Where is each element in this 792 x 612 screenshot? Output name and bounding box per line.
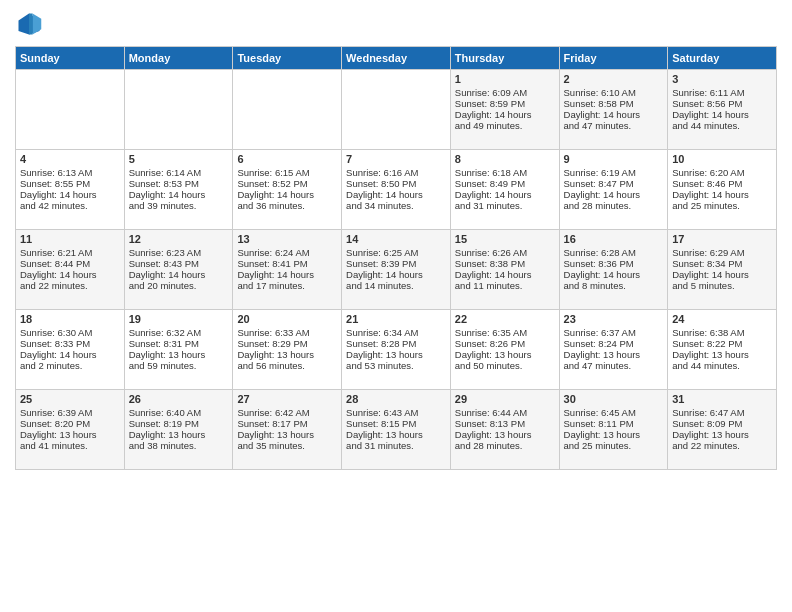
day-cell [124,70,233,150]
day-number: 12 [129,233,229,245]
day-info: Daylight: 14 hours [20,189,120,200]
day-cell: 26Sunrise: 6:40 AMSunset: 8:19 PMDayligh… [124,390,233,470]
day-info: Daylight: 14 hours [455,109,555,120]
day-info: and 17 minutes. [237,280,337,291]
day-info: Sunrise: 6:11 AM [672,87,772,98]
day-info: Sunset: 8:09 PM [672,418,772,429]
day-info: Sunrise: 6:26 AM [455,247,555,258]
day-info: and 44 minutes. [672,360,772,371]
day-info: Daylight: 13 hours [564,349,664,360]
day-info: and 22 minutes. [672,440,772,451]
day-info: Sunrise: 6:16 AM [346,167,446,178]
day-number: 18 [20,313,120,325]
day-info: Sunset: 8:34 PM [672,258,772,269]
day-info: Sunset: 8:46 PM [672,178,772,189]
day-number: 5 [129,153,229,165]
day-info: and 14 minutes. [346,280,446,291]
calendar-table: Sunday Monday Tuesday Wednesday Thursday… [15,46,777,470]
day-number: 16 [564,233,664,245]
day-number: 27 [237,393,337,405]
day-info: Daylight: 13 hours [564,429,664,440]
day-number: 21 [346,313,446,325]
day-info: Sunset: 8:26 PM [455,338,555,349]
day-info: and 25 minutes. [672,200,772,211]
day-cell: 27Sunrise: 6:42 AMSunset: 8:17 PMDayligh… [233,390,342,470]
day-cell: 20Sunrise: 6:33 AMSunset: 8:29 PMDayligh… [233,310,342,390]
day-info: Sunset: 8:29 PM [237,338,337,349]
col-monday: Monday [124,47,233,70]
day-info: Sunset: 8:44 PM [20,258,120,269]
day-info: Daylight: 14 hours [672,269,772,280]
col-friday: Friday [559,47,668,70]
day-info: Sunrise: 6:24 AM [237,247,337,258]
day-cell: 7Sunrise: 6:16 AMSunset: 8:50 PMDaylight… [342,150,451,230]
day-cell: 28Sunrise: 6:43 AMSunset: 8:15 PMDayligh… [342,390,451,470]
day-info: Daylight: 14 hours [237,269,337,280]
day-info: and 44 minutes. [672,120,772,131]
day-info: Sunset: 8:33 PM [20,338,120,349]
day-cell: 25Sunrise: 6:39 AMSunset: 8:20 PMDayligh… [16,390,125,470]
day-info: Daylight: 14 hours [346,189,446,200]
day-info: Sunset: 8:24 PM [564,338,664,349]
day-info: Sunrise: 6:19 AM [564,167,664,178]
col-thursday: Thursday [450,47,559,70]
day-info: Sunrise: 6:10 AM [564,87,664,98]
week-row-1: 1Sunrise: 6:09 AMSunset: 8:59 PMDaylight… [16,70,777,150]
svg-marker-1 [33,14,42,35]
day-info: Daylight: 13 hours [346,349,446,360]
day-info: and 38 minutes. [129,440,229,451]
day-info: Daylight: 14 hours [564,189,664,200]
day-info: Sunset: 8:47 PM [564,178,664,189]
day-info: Daylight: 14 hours [672,189,772,200]
day-info: Daylight: 13 hours [455,349,555,360]
day-info: Sunset: 8:19 PM [129,418,229,429]
day-info: Sunset: 8:20 PM [20,418,120,429]
day-info: and 50 minutes. [455,360,555,371]
day-cell: 2Sunrise: 6:10 AMSunset: 8:58 PMDaylight… [559,70,668,150]
day-info: and 28 minutes. [455,440,555,451]
day-info: and 49 minutes. [455,120,555,131]
col-tuesday: Tuesday [233,47,342,70]
day-info: Sunset: 8:17 PM [237,418,337,429]
day-info: Sunset: 8:58 PM [564,98,664,109]
day-info: Daylight: 13 hours [346,429,446,440]
day-info: Daylight: 14 hours [455,189,555,200]
day-cell: 17Sunrise: 6:29 AMSunset: 8:34 PMDayligh… [668,230,777,310]
day-info: Sunset: 8:36 PM [564,258,664,269]
day-info: Sunset: 8:38 PM [455,258,555,269]
day-info: Sunrise: 6:25 AM [346,247,446,258]
day-cell: 3Sunrise: 6:11 AMSunset: 8:56 PMDaylight… [668,70,777,150]
day-cell: 13Sunrise: 6:24 AMSunset: 8:41 PMDayligh… [233,230,342,310]
day-info: Daylight: 13 hours [672,349,772,360]
day-cell: 6Sunrise: 6:15 AMSunset: 8:52 PMDaylight… [233,150,342,230]
day-info: Daylight: 13 hours [20,429,120,440]
day-info: Daylight: 13 hours [237,349,337,360]
logo [15,10,47,38]
day-info: and 35 minutes. [237,440,337,451]
day-info: and 47 minutes. [564,120,664,131]
day-cell: 18Sunrise: 6:30 AMSunset: 8:33 PMDayligh… [16,310,125,390]
day-cell: 1Sunrise: 6:09 AMSunset: 8:59 PMDaylight… [450,70,559,150]
day-info: Sunrise: 6:43 AM [346,407,446,418]
day-info: Daylight: 13 hours [672,429,772,440]
day-info: Daylight: 14 hours [20,269,120,280]
day-info: Sunrise: 6:42 AM [237,407,337,418]
day-cell: 11Sunrise: 6:21 AMSunset: 8:44 PMDayligh… [16,230,125,310]
day-info: Daylight: 13 hours [129,349,229,360]
day-number: 23 [564,313,664,325]
day-info: and 34 minutes. [346,200,446,211]
col-sunday: Sunday [16,47,125,70]
day-number: 4 [20,153,120,165]
header-row: Sunday Monday Tuesday Wednesday Thursday… [16,47,777,70]
day-cell: 4Sunrise: 6:13 AMSunset: 8:55 PMDaylight… [16,150,125,230]
day-info: Daylight: 14 hours [20,349,120,360]
day-cell: 19Sunrise: 6:32 AMSunset: 8:31 PMDayligh… [124,310,233,390]
day-number: 7 [346,153,446,165]
day-cell: 12Sunrise: 6:23 AMSunset: 8:43 PMDayligh… [124,230,233,310]
day-number: 9 [564,153,664,165]
day-info: Sunrise: 6:09 AM [455,87,555,98]
week-row-2: 4Sunrise: 6:13 AMSunset: 8:55 PMDaylight… [16,150,777,230]
day-info: Sunset: 8:52 PM [237,178,337,189]
day-cell [16,70,125,150]
day-info: Sunset: 8:43 PM [129,258,229,269]
